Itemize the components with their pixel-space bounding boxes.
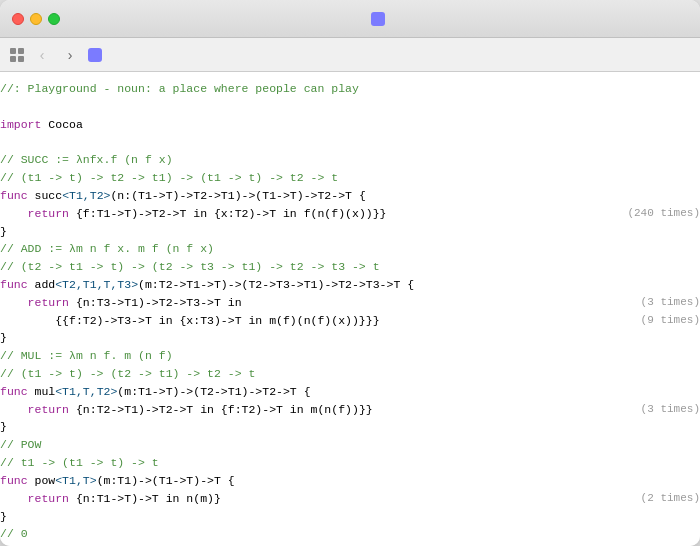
content-area: //: Playground - noun: a place where peo… [0, 72, 700, 546]
code-line: return {n:T3->T1)->T2->T3->T in [0, 294, 587, 312]
line-annotation: (2 times) [587, 490, 700, 508]
minimize-button[interactable] [30, 13, 42, 25]
file-icon [88, 48, 102, 62]
line-annotation [587, 383, 700, 401]
main-window: ‹ › //: Playground - noun: a place where… [0, 0, 700, 546]
table-row: func succ<T1,T2>(n:(T1->T)->T2->T1)->(T1… [0, 187, 700, 205]
table-row: import Cocoa [0, 116, 700, 134]
code-line: return {n:T1->T)->T in n(m)} [0, 490, 587, 508]
traffic-lights [12, 13, 60, 25]
table-row: // 0 [0, 525, 700, 543]
table-row: // (t1 -> t) -> t2 -> t1) -> (t1 -> t) -… [0, 169, 700, 187]
table-row: } [0, 223, 700, 241]
code-line: return {f:T1->T)->T2->T in {x:T2)->T in … [0, 205, 587, 223]
table-row [0, 98, 700, 116]
code-line: } [0, 329, 587, 347]
code-line: // POW [0, 436, 587, 454]
code-line: } [0, 223, 587, 241]
code-line: // (t1 -> t) -> (t2 -> t1) -> t2 -> t [0, 365, 587, 383]
table-row: return {f:T1->T)->T2->T in {x:T2)->T in … [0, 205, 700, 223]
line-annotation: (3 times) [587, 401, 700, 419]
line-annotation [587, 223, 700, 241]
code-line: // ADD := λm n f x. m f (n f x) [0, 240, 587, 258]
back-button[interactable]: ‹ [32, 45, 52, 65]
table-row: {{f:T2)->T3->T in {x:T3)->T in m(f)(n(f)… [0, 312, 700, 330]
table-row: return {n:T1->T)->T in n(m)}(2 times) [0, 490, 700, 508]
line-annotation [587, 472, 700, 490]
table-row: // (t1 -> t) -> (t2 -> t1) -> t2 -> t [0, 365, 700, 383]
line-annotation [587, 116, 700, 134]
code-line: } [0, 508, 587, 526]
line-annotation: (3 times) [587, 294, 700, 312]
code-line: // 0 [0, 525, 587, 543]
code-line: import Cocoa [0, 116, 587, 134]
code-line: //: Playground - noun: a place where peo… [0, 80, 587, 98]
line-annotation [587, 525, 700, 543]
code-line: // t1 -> (t1 -> t) -> t [0, 454, 587, 472]
table-row: } [0, 418, 700, 436]
table-row: return {n:T2->T1)->T2->T in {f:T2)->T in… [0, 401, 700, 419]
code-line: // (t1 -> t) -> t2 -> t1) -> (t1 -> t) -… [0, 169, 587, 187]
window-title-area [72, 12, 688, 26]
line-annotation [587, 276, 700, 294]
close-button[interactable] [12, 13, 24, 25]
toolbar: ‹ › [0, 38, 700, 72]
line-annotation [587, 80, 700, 98]
code-line: func mul<T1,T,T2>(m:T1->T)->(T2->T1)->T2… [0, 383, 587, 401]
line-annotation [587, 418, 700, 436]
grid-icon[interactable] [10, 48, 24, 62]
forward-button[interactable]: › [60, 45, 80, 65]
table-row [0, 133, 700, 151]
line-annotation [587, 187, 700, 205]
line-annotation [587, 436, 700, 454]
table-row: func add<T2,T1,T,T3>(m:T2->T1->T)->(T2->… [0, 276, 700, 294]
maximize-button[interactable] [48, 13, 60, 25]
line-annotation [587, 508, 700, 526]
line-annotation [587, 133, 700, 151]
line-annotation: (240 times) [587, 205, 700, 223]
code-line: func succ<T1,T2>(n:(T1->T)->T2->T1)->(T1… [0, 187, 587, 205]
code-line [0, 98, 587, 116]
code-line: // MUL := λm n f. m (n f) [0, 347, 587, 365]
table-row: // (t2 -> t1 -> t) -> (t2 -> t3 -> t1) -… [0, 258, 700, 276]
table-row: return {n:T3->T1)->T2->T3->T in(3 times) [0, 294, 700, 312]
line-annotation [587, 347, 700, 365]
line-annotation [587, 169, 700, 187]
code-table: //: Playground - noun: a place where peo… [0, 80, 700, 546]
table-row: // t1 -> (t1 -> t) -> t [0, 454, 700, 472]
line-annotation [587, 258, 700, 276]
line-annotation [587, 365, 700, 383]
table-row: // ADD := λm n f x. m f (n f x) [0, 240, 700, 258]
code-line: func add<T2,T1,T,T3>(m:T2->T1->T)->(T2->… [0, 276, 587, 294]
table-row: func mul<T1,T,T2>(m:T1->T)->(T2->T1)->T2… [0, 383, 700, 401]
code-line: // (t2 -> t1 -> t) -> (t2 -> t3 -> t1) -… [0, 258, 587, 276]
table-row: //: Playground - noun: a place where peo… [0, 80, 700, 98]
line-annotation [587, 151, 700, 169]
line-annotation [587, 454, 700, 472]
code-line [0, 133, 587, 151]
table-row: // POW [0, 436, 700, 454]
code-editor[interactable]: //: Playground - noun: a place where peo… [0, 72, 700, 546]
code-line: // SUCC := λnfx.f (n f x) [0, 151, 587, 169]
code-line: func pow<T1,T>(m:T1)->(T1->T)->T { [0, 472, 587, 490]
code-line: } [0, 418, 587, 436]
line-annotation [587, 240, 700, 258]
line-annotation [587, 329, 700, 347]
table-row: // SUCC := λnfx.f (n f x) [0, 151, 700, 169]
table-row: func pow<T1,T>(m:T1)->(T1->T)->T { [0, 472, 700, 490]
line-annotation [587, 98, 700, 116]
table-row: } [0, 329, 700, 347]
titlebar [0, 0, 700, 38]
code-line: return {n:T2->T1)->T2->T in {f:T2)->T in… [0, 401, 587, 419]
table-row: } [0, 508, 700, 526]
table-row: // MUL := λm n f. m (n f) [0, 347, 700, 365]
playground-icon [371, 12, 385, 26]
code-line: {{f:T2)->T3->T in {x:T3)->T in m(f)(n(f)… [0, 312, 587, 330]
breadcrumb [88, 48, 114, 62]
line-annotation: (9 times) [587, 312, 700, 330]
